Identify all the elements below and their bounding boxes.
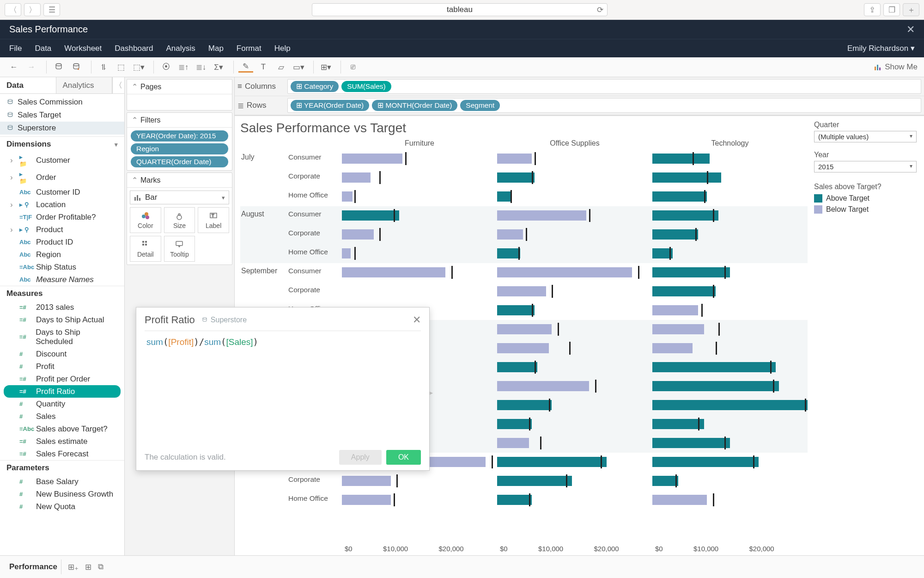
field-item[interactable]: =AbcShip Status [0,261,124,273]
forward-icon[interactable]: → [24,60,39,74]
shelf-pill[interactable]: ⊞ YEAR(Order Date) [291,100,369,111]
sort-desc-icon[interactable]: ⬚▾ [131,60,146,74]
fill-icon[interactable]: ▱ [274,60,288,74]
reload-icon[interactable]: ⟳ [597,5,603,15]
field-item[interactable]: =#Days to Ship Actual [0,314,124,326]
field-item[interactable]: =#Sales Forecast [0,448,124,460]
field-item[interactable]: AbcMeasure Names [0,273,124,286]
field-item[interactable]: ›▸ ⚲Product [0,223,124,236]
new-tab-button[interactable]: ＋ [903,3,919,16]
field-item[interactable]: #Profit [0,360,124,373]
browser-sidebar-button[interactable]: ☰ [43,3,60,16]
field-item[interactable]: #Quantity [0,398,124,410]
border-icon[interactable]: ▭▾ [291,60,306,74]
filter-pill[interactable]: Region [131,143,228,154]
sheet-tab-performance[interactable]: Performance [6,560,61,574]
menu-analysis[interactable]: Analysis [166,44,195,53]
menu-data[interactable]: Data [35,44,51,53]
tabs-button[interactable]: ❐ [883,3,900,16]
close-icon[interactable]: ✕ [906,24,915,36]
rows-shelf[interactable]: ≣Rows ⊞ YEAR(Order Date)⊞ MONTH(Order Da… [235,96,924,115]
filter-pill[interactable]: QUARTER(Order Date) [131,156,228,167]
calculated-field-dialog[interactable]: Profit Ratio Superstore ✕ sum([Profit])/… [136,307,430,471]
field-item[interactable]: #Base Salary [0,475,124,488]
legend-below[interactable]: Below Target [814,204,917,215]
formula-editor[interactable]: sum([Profit])/sum([Sales]) [145,331,421,353]
new-datasource-icon[interactable] [51,60,66,74]
mark-tooltip[interactable]: Tooltip [164,236,195,262]
year-filter[interactable]: 2015 [814,161,917,172]
sort1-icon[interactable]: ≣↑ [176,60,191,74]
calc-title[interactable]: Profit Ratio [145,314,195,326]
back-icon[interactable]: ← [6,60,21,74]
user-menu[interactable]: Emily Richardson ▾ [847,43,915,53]
shelf-pill[interactable]: Segment [460,100,500,111]
collapse-icon[interactable]: 〈 [112,77,124,93]
mark-size[interactable]: Size [164,207,195,233]
field-item[interactable]: =#2013 sales [0,301,124,314]
field-item[interactable]: =#Profit per Order [0,373,124,385]
swap-icon[interactable]: ⥮ [96,60,111,74]
filters-card[interactable]: ⌃Filters YEAR(Order Date): 2015RegionQUA… [127,112,232,171]
field-item[interactable]: ›▸ 📁Customer [0,152,124,169]
menu-file[interactable]: File [9,44,22,53]
field-item[interactable]: =T|FOrder Profitable? [0,211,124,223]
field-item[interactable]: =#Profit Ratio [4,385,121,398]
mark-color[interactable]: Color [130,207,161,233]
apply-button[interactable]: Apply [339,450,382,465]
menu-map[interactable]: Map [208,44,224,53]
pages-card[interactable]: ⌃Pages [127,79,232,111]
new-dashboard-icon[interactable]: ⊞ [85,562,91,572]
field-item[interactable]: #New Quota [0,500,124,513]
fit-icon[interactable]: ⊞▾ [318,60,333,74]
field-item[interactable]: #Sales [0,410,124,423]
expand-icon[interactable]: ▸ [430,389,433,396]
share-button[interactable]: ⇪ [864,3,881,16]
field-item[interactable]: =#Sales estimate [0,435,124,448]
field-item[interactable]: #Discount [0,348,124,360]
browser-forward-button[interactable]: 〉 [24,3,41,16]
sort2-icon[interactable]: ≣↓ [194,60,208,74]
menu-help[interactable]: Help [274,44,291,53]
dialog-close-icon[interactable]: ✕ [413,314,421,326]
tab-analytics[interactable]: Analytics [56,77,113,93]
highlight-icon[interactable]: ✎ [238,61,253,73]
field-item[interactable]: =AbcSales above Target? [0,423,124,435]
totals-icon[interactable]: Σ▾ [211,60,226,74]
shelf-pill[interactable]: SUM(Sales) [341,81,391,92]
refresh-datasource-icon[interactable] [69,60,84,74]
menu-dashboard[interactable]: Dashboard [115,44,153,53]
browser-back-button[interactable]: 〈 [5,3,21,16]
marks-type-dropdown[interactable]: Bar [130,191,229,204]
sort-asc-icon[interactable]: ⬚ [114,60,128,74]
marks-card[interactable]: ⌃Marks Bar ColorSizeTLabelDetailTooltip [127,172,232,265]
shelf-pill[interactable]: ⊞ MONTH(Order Date) [372,100,457,111]
menu-worksheet[interactable]: Worksheet [64,44,102,53]
field-item[interactable]: =#Days to Ship Scheduled [0,326,124,348]
field-item[interactable]: AbcCustomer ID [0,186,124,198]
menu-format[interactable]: Format [237,44,261,53]
legend-above[interactable]: Above Target [814,193,917,204]
field-item[interactable]: #New Business Growth [0,488,124,500]
browser-address-bar[interactable]: tableau ⟳ [312,3,608,16]
presentation-icon[interactable]: ⎚ [346,60,360,74]
field-item[interactable]: ›▸ 📁Order [0,169,124,186]
filter-pill[interactable]: YEAR(Order Date): 2015 [131,130,228,141]
field-item[interactable]: AbcRegion [0,248,124,261]
columns-shelf[interactable]: ≡Columns ⊞ CategorySUM(Sales) [235,77,924,96]
quarter-filter[interactable]: (Multiple values) [814,131,917,142]
text-icon[interactable]: T [256,60,271,74]
new-worksheet-icon[interactable]: ⊞₊ [68,562,79,572]
datasource-item[interactable]: Sales Target [0,109,124,122]
field-item[interactable]: AbcProduct ID [0,236,124,248]
field-item[interactable]: ›▸ ⚲Location [0,198,124,211]
ok-button[interactable]: OK [386,450,421,465]
shelf-pill[interactable]: ⊞ Category [291,81,339,92]
group-icon[interactable]: ⦿ [158,60,173,74]
new-story-icon[interactable]: ⧉ [98,562,103,572]
datasource-item[interactable]: Superstore [0,122,124,135]
mark-detail[interactable]: Detail [130,236,161,262]
tab-data[interactable]: Data [0,77,56,93]
mark-label[interactable]: TLabel [198,207,229,233]
datasource-item[interactable]: Sales Commission [0,96,124,109]
